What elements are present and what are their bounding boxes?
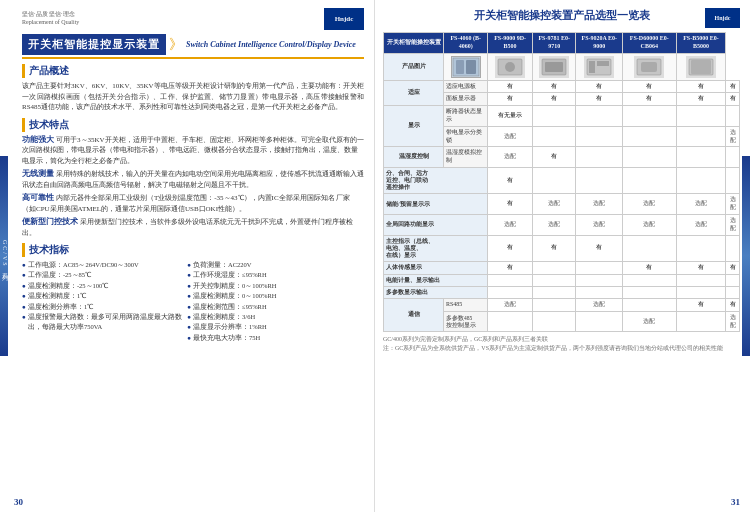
cell-mp5	[676, 286, 726, 298]
param-l1: ●工作电源：AC85～264V/DC90～300V	[22, 260, 186, 270]
svg-point-4	[505, 62, 515, 72]
cell-adapt2-6: 有	[726, 93, 740, 106]
cell-sw1: 有	[488, 167, 533, 193]
row-label-images: 产品图片	[384, 53, 444, 80]
param-l6: ●温度报警最大路数：最多可采用两路温度最大路数出，每路最大功率750VA	[22, 312, 186, 333]
row-group-main: 主控指示（总线、电池、温度、在线）显示	[384, 235, 488, 261]
cell-t4	[623, 147, 676, 168]
feature-content-1: 可用于3～35KV开关柜，适用于中置柜、手车柜、固定柜、环网柜等多种柜体。可完全…	[22, 136, 364, 165]
svg-rect-9	[597, 61, 609, 66]
page-number-left: 30	[14, 497, 23, 507]
cell-sw5	[676, 167, 726, 193]
table-row-images: 产品图片	[384, 53, 740, 80]
brand-tagline1: 坚信·品质 坚信·理念	[22, 11, 79, 19]
col-header-4: FS-9020A E0-9000	[576, 33, 623, 54]
cell-mp4	[623, 286, 676, 298]
table-row-multiparams: 多参数显示输出	[384, 286, 740, 298]
product-img-2	[488, 53, 533, 80]
cell-e3: 选配	[576, 194, 623, 215]
cell-e1: 有	[488, 194, 533, 215]
cell-adapt2-4: 有	[623, 93, 676, 106]
tech-params-left: ●工作电源：AC85～264V/DC90～300V ●工作温度：-25～85℃ …	[22, 260, 186, 343]
cell-e5: 选配	[676, 194, 726, 215]
param-r1: ●负荷测量：AC220V	[187, 260, 351, 270]
svg-rect-8	[589, 61, 595, 73]
right-page: 开关柜智能操控装置产品选型一览表 Hnjdc 开关柜智能操控装置 FS-4060…	[375, 0, 750, 512]
cell-p4	[623, 274, 676, 286]
row-group-circuit: 全局回路功能显示	[384, 214, 488, 235]
subrow-485ctrl: 多参数485按控制显示	[444, 311, 488, 332]
cell-485c3	[576, 311, 623, 332]
row-group-multiparams: 多参数显示输出	[384, 286, 488, 298]
cell-t1: 选配	[488, 147, 533, 168]
subrow-rs485: RS485	[444, 299, 488, 312]
section3-heading: 技术指标	[22, 243, 364, 257]
param-r6: ●温度检测精度：3/6H	[187, 312, 351, 322]
cell-485c4: 选配	[623, 311, 676, 332]
row-group-switch: 分、合闸、远方近控、电门联动遥控操作	[384, 167, 488, 193]
cell-d2-2	[532, 126, 576, 147]
cell-p3	[576, 274, 623, 286]
feature-content-2: 采用特殊的射线技术，输入的开关量在内如电动空间采用光电隔离相应，使传感不扰流通通…	[22, 170, 364, 189]
cell-s6: 有	[726, 262, 740, 275]
table-footer: GC/400系列为完善定制系列产品，GC系列和产品系列三者关联 注：GC系列产品…	[383, 335, 740, 353]
cell-p2	[532, 274, 576, 286]
param-r5: ●温度检测范围：≤95%RH	[187, 302, 351, 312]
cell-m1: 有	[488, 235, 533, 261]
section1-heading: 产品概述	[22, 64, 364, 78]
feature-title-2: 无线测量	[22, 169, 54, 178]
brand-logo: 坚信·品质 坚信·理念 Replacement of Quality	[22, 11, 79, 27]
cell-sw4	[623, 167, 676, 193]
cell-s5: 有	[676, 262, 726, 275]
table-row-circuit: 全局回路功能显示 选配 选配 选配 选配 选配 选配	[384, 214, 740, 235]
product-img-5	[623, 53, 676, 80]
table-row-temp: 温湿度控制 温湿度模拟控制 选配 有	[384, 147, 740, 168]
product-img-6	[676, 53, 726, 80]
right-header: 开关柜智能操控装置产品选型一览表 Hnjdc	[383, 8, 740, 28]
cell-p1	[488, 274, 533, 286]
cell-adapt2-2: 有	[532, 93, 576, 106]
left-page: GC/VS系列 坚信·品质 坚信·理念 Replacement of Quali…	[0, 0, 375, 512]
logo-box: Hnjdc	[324, 8, 364, 30]
row-group-display: 显示	[384, 106, 444, 147]
right-title: 开关柜智能操控装置产品选型一览表	[474, 8, 650, 23]
cell-rs4	[623, 299, 676, 312]
right-logo: Hnjdc	[705, 8, 740, 28]
cell-rs3: 选配	[576, 299, 623, 312]
svg-rect-13	[691, 60, 711, 74]
feature-title-4: 便新型门控技术	[22, 217, 78, 226]
cell-d2-6: 选配	[726, 126, 740, 147]
table-row-comms: 通信 RS485 选配 选配 有 有	[384, 299, 740, 312]
title-cn: 开关柜智能提控显示装置	[22, 34, 166, 55]
cell-c6: 选配	[726, 214, 740, 235]
row-group-adapt: 适应	[384, 80, 444, 106]
subrow-display1: 断路器状态显示	[444, 106, 488, 127]
param-l2: ●工作温度：-25～85℃	[22, 270, 186, 280]
cell-c1: 选配	[488, 214, 533, 235]
cell-rs6: 有	[726, 299, 740, 312]
cell-m4	[623, 235, 676, 261]
svg-rect-6	[545, 62, 563, 72]
cell-485c2	[532, 311, 576, 332]
cell-p5	[676, 274, 726, 286]
table-row-sensor: 人体传感显示 有 有 有 有	[384, 262, 740, 275]
subrow-display2: 带电显示分类锁	[444, 126, 488, 147]
tech-params-right: ●负荷测量：AC220V ●工作环境湿度：≤95%RH ●开关控制精度：0～10…	[187, 260, 351, 343]
feature-content-3: 内部元器件全部采用工业级别（T业级别温度范围：-35～43℃），内置IC全部采用…	[22, 194, 350, 213]
cell-sw3	[576, 167, 623, 193]
cell-p6	[726, 274, 740, 286]
col-header-5: FS-D60000 E0-CB064	[623, 33, 676, 54]
cell-sw2	[532, 167, 576, 193]
param-r7: ●温度显示分辨率：1%RH	[187, 322, 351, 332]
param-l3: ●温度检测精度：-25～100℃	[22, 281, 186, 291]
side-decoration-left: GC/VS系列	[0, 156, 8, 356]
cell-s3	[576, 262, 623, 275]
side-decoration-right	[742, 156, 750, 356]
row-group-temp: 温湿度控制	[384, 147, 444, 168]
cell-adapt1-1: 有	[488, 80, 533, 93]
logo-text: Hnjdc	[335, 15, 354, 23]
cell-d1-1: 有无量示	[488, 106, 533, 127]
product-img-4	[576, 53, 623, 80]
cell-t5	[676, 147, 726, 168]
param-r4: ●温度检测精度：0～100%RH	[187, 291, 351, 301]
